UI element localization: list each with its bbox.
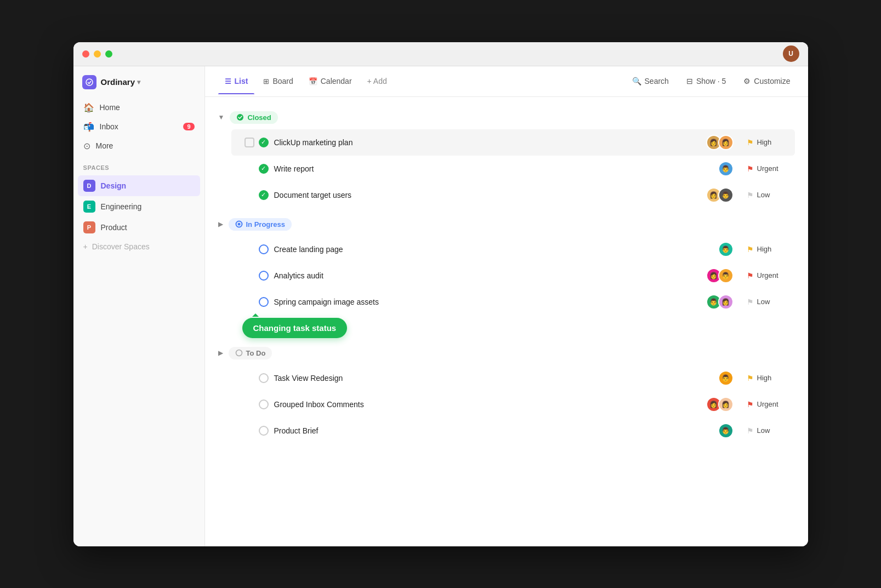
product-space-icon: P: [83, 221, 95, 233]
task-assignees: 👨 👩: [706, 294, 734, 310]
group-header-in-progress[interactable]: ▶ In Progress: [218, 213, 795, 236]
list-tab-label: List: [235, 77, 248, 85]
task-status-checkbox[interactable]: [259, 426, 269, 436]
avatar: 👨: [718, 242, 734, 257]
minimize-button[interactable]: [94, 50, 101, 58]
task-priority: ⚑ Low: [747, 426, 791, 435]
sidebar-item-inbox[interactable]: 📬 Inbox 9: [78, 117, 200, 136]
table-row[interactable]: ⠿ ✓ Document target users 👩 👨: [231, 182, 795, 208]
app-body: Ordinary ▾ 🏠 Home 📬 Inbox 9 ⊙ More: [73, 66, 808, 546]
table-row[interactable]: ⠿ Spring campaign image assets 👨 👩: [231, 289, 795, 315]
table-row[interactable]: ⠿ Task View Redesign 👨 ⚑ High: [231, 365, 795, 391]
product-space-label: Product: [101, 223, 127, 232]
calendar-tab-icon: 📅: [309, 77, 317, 85]
discover-spaces-label: Discover Spaces: [92, 242, 150, 251]
sidebar-home-label: Home: [100, 103, 120, 112]
titlebar: U: [73, 42, 808, 66]
tab-calendar[interactable]: 📅 Calendar: [302, 72, 359, 90]
maximize-button[interactable]: [105, 50, 112, 58]
in-progress-status-icon: [235, 220, 243, 228]
priority-flag-icon: ⚑: [747, 245, 754, 254]
workspace-selector[interactable]: Ordinary ▾: [73, 75, 204, 98]
avatar: 👨: [718, 268, 734, 283]
task-priority: ⚑ Low: [747, 298, 791, 306]
search-button[interactable]: 🔍 Search: [628, 75, 673, 88]
sidebar-inbox-label: Inbox: [100, 122, 118, 131]
svg-point-3: [237, 223, 240, 226]
table-row[interactable]: ⠿ Analytics audit 👩 👨: [231, 262, 795, 289]
task-name: ClickUp marketing plan: [274, 138, 706, 147]
list-tab-icon: ☰: [225, 77, 231, 85]
priority-label: Urgent: [757, 164, 778, 173]
task-name: Spring campaign image assets: [274, 298, 706, 306]
sidebar-item-product[interactable]: P Product: [78, 217, 200, 238]
changing-task-status-tooltip: Changing task status: [242, 318, 348, 338]
task-status-checkbox[interactable]: [259, 399, 269, 409]
task-status-checkbox[interactable]: [259, 244, 269, 254]
show-filter-button[interactable]: ⊟ Show · 5: [682, 75, 730, 88]
task-status-checkbox[interactable]: [259, 373, 269, 383]
todo-status-icon: [235, 349, 243, 357]
task-priority: ⚑ Urgent: [747, 271, 791, 280]
customize-button[interactable]: ⚙ Customize: [739, 75, 794, 88]
sidebar-item-design[interactable]: D Design: [78, 175, 200, 196]
in-progress-tasks-list: ⠿ Create landing page 👨 ⚑ High: [218, 236, 795, 315]
priority-flag-icon: ⚑: [747, 400, 754, 409]
sidebar-item-engineering[interactable]: E Engineering: [78, 196, 200, 217]
priority-label: Low: [757, 191, 770, 199]
task-status-checkbox[interactable]: ✓: [259, 138, 269, 147]
priority-label: Low: [757, 298, 770, 306]
board-tab-icon: ⊞: [263, 77, 269, 85]
task-name: Grouped Inbox Comments: [274, 400, 706, 409]
priority-flag-icon: ⚑: [747, 374, 754, 383]
close-button[interactable]: [82, 50, 89, 58]
closed-group-label: Closed: [247, 113, 271, 122]
table-row[interactable]: ⠿ Product Brief 👨 ⚑ Low: [231, 418, 795, 444]
chevron-right-icon: ▶: [218, 220, 223, 228]
sidebar-item-home[interactable]: 🏠 Home: [78, 98, 200, 117]
task-priority: ⚑ Urgent: [747, 164, 791, 173]
task-name: Product Brief: [274, 426, 718, 435]
tab-board[interactable]: ⊞ Board: [257, 72, 299, 90]
discover-spaces-item[interactable]: + Discover Spaces: [78, 238, 200, 255]
task-status-checkbox[interactable]: ✓: [259, 164, 269, 174]
table-row[interactable]: ⠿ ✓ Write report 👨 ⚑ Urgent: [231, 156, 795, 182]
task-priority: ⚑ High: [747, 374, 791, 383]
priority-flag-icon: ⚑: [747, 298, 754, 306]
add-view-button[interactable]: + Add: [361, 72, 394, 90]
group-header-closed[interactable]: ▼ Closed: [218, 106, 795, 129]
task-select-checkbox[interactable]: [245, 138, 254, 147]
priority-flag-icon: ⚑: [747, 426, 754, 435]
task-assignees: 👨: [718, 370, 734, 386]
task-name: Create landing page: [274, 245, 718, 254]
tab-list[interactable]: ☰ List: [218, 72, 255, 90]
closed-status-badge: Closed: [230, 111, 277, 124]
priority-label: Low: [757, 426, 770, 435]
avatar: 👩: [718, 397, 734, 412]
task-list-content: ▼ Closed ⠿ ✓: [205, 97, 808, 546]
table-row[interactable]: ⠿ Grouped Inbox Comments 👩 👩: [231, 391, 795, 418]
workspace-chevron-icon: ▾: [137, 78, 140, 86]
search-label: Search: [645, 77, 669, 85]
table-row[interactable]: ⠿ Create landing page 👨 ⚑ High: [231, 236, 795, 262]
task-name: Document target users: [274, 191, 706, 199]
task-assignees: 👨: [718, 242, 734, 257]
avatar: 👨: [718, 423, 734, 438]
user-avatar[interactable]: U: [783, 45, 799, 62]
table-row[interactable]: ⠿ ✓ ClickUp marketing plan 👩 👩: [231, 129, 795, 156]
priority-label: High: [757, 138, 772, 146]
task-status-checkbox[interactable]: [259, 271, 269, 281]
more-icon: ⊙: [83, 141, 90, 151]
in-progress-group-label: In Progress: [246, 220, 286, 229]
group-header-todo[interactable]: ▶ To Do: [218, 341, 795, 365]
in-progress-status-badge: In Progress: [229, 218, 292, 231]
tooltip-text: Changing task status: [253, 323, 337, 333]
task-assignees: 👩 👨: [706, 187, 734, 203]
avatar: 👨: [718, 187, 734, 203]
sidebar-more-label: More: [96, 141, 113, 150]
sidebar-item-more[interactable]: ⊙ More: [78, 136, 200, 156]
home-icon: 🏠: [83, 102, 94, 113]
calendar-tab-label: Calendar: [321, 77, 352, 85]
task-status-checkbox[interactable]: ✓: [259, 190, 269, 200]
task-status-checkbox[interactable]: [259, 297, 269, 307]
